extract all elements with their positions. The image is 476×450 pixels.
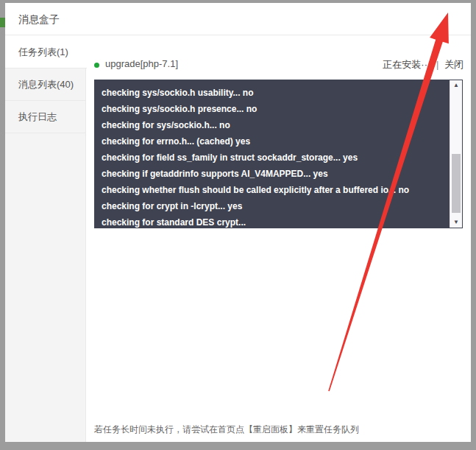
console-line: checking for sys/sockio.h... no: [102, 117, 441, 133]
task-separator: |: [436, 59, 438, 70]
console-line: checking for errno.h... (cached) yes: [102, 133, 441, 150]
console-line: checking sys/sockio.h presence... no: [102, 101, 441, 117]
console-line: checking for standard DES crypt...: [102, 214, 441, 228]
console-line: checking if getaddrinfo supports AI_V4MA…: [102, 166, 441, 182]
task-name: upgrade[php-7.1]: [105, 58, 178, 69]
dialog-title: 消息盒子: [5, 3, 471, 35]
console-line: checking for field ss_family in struct s…: [102, 150, 441, 166]
sidebar-item-exec-log[interactable]: 执行日志: [5, 101, 85, 133]
console-line: checking for crypt in -lcrypt... yes: [102, 198, 441, 214]
dialog-header: 消息盒子: [5, 3, 471, 35]
console-output[interactable]: checking sys/sockio.h usability... no ch…: [94, 80, 463, 228]
task-close-button[interactable]: 关闭: [444, 59, 463, 70]
scroll-up-icon[interactable]: ▲: [450, 80, 462, 91]
message-box-dialog: 消息盒子 任务列表(1) 消息列表(40) 执行日志 upgrade[php-7…: [5, 3, 471, 442]
sidebar-item-message-list[interactable]: 消息列表(40): [5, 68, 85, 101]
sidebar-item-task-list[interactable]: 任务列表(1): [5, 36, 87, 68]
console-line: checking sys/sockio.h usability... no: [102, 85, 441, 101]
scrollbar-thumb[interactable]: [452, 154, 461, 213]
task-status-dot-icon: [94, 63, 99, 68]
task-status-text: 正在安装···: [383, 59, 430, 70]
sidebar: 任务列表(1) 消息列表(40) 执行日志: [5, 36, 86, 442]
background-page-fragment: [0, 18, 5, 27]
console-lines: checking sys/sockio.h usability... no ch…: [94, 80, 463, 228]
task-actions: 正在安装··· | 关闭: [383, 58, 463, 71]
task-row: upgrade[php-7.1] 正在安装··· | 关闭: [86, 55, 471, 74]
scroll-down-icon[interactable]: ▼: [450, 217, 462, 228]
console-scrollbar[interactable]: ▲ ▼: [450, 80, 462, 228]
console-line: checking whether flush should be called …: [102, 182, 441, 198]
footer-tip: 若任务长时间未执行，请尝试在首页点【重启面板】来重置任务队列: [94, 423, 359, 436]
